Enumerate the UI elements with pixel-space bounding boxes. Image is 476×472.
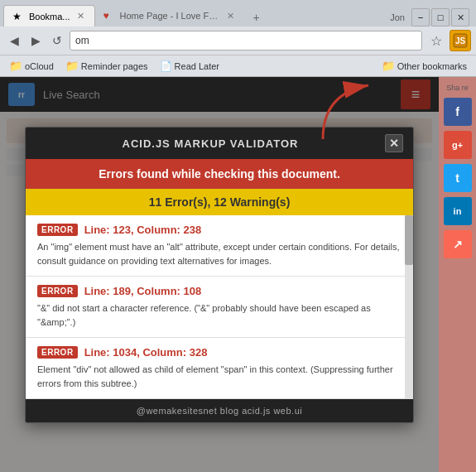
facebook-icon: f: [455, 105, 459, 118]
acid-icon-svg: JS: [453, 33, 468, 48]
minimize-button[interactable]: −: [411, 8, 430, 26]
tab-home-favicon: ♥: [103, 10, 115, 22]
error-description-3: Element "div" not allowed as child of el…: [37, 363, 401, 390]
tab-bookmarks-favicon: ★: [12, 11, 24, 22]
error-header-3: ERROR Line: 1034, Column: 328: [37, 346, 401, 359]
forward-button[interactable]: ▶: [26, 31, 45, 50]
share-label: Sha re: [446, 84, 469, 93]
tab-home[interactable]: ♥ Home Page - I Love Free ... ✕: [95, 5, 244, 26]
tab-home-label: Home Page - I Love Free ...: [120, 11, 220, 21]
error-badge-1: ERROR: [37, 224, 78, 236]
error-badge-2: ERROR: [37, 285, 78, 297]
back-button[interactable]: ◀: [5, 31, 23, 50]
error-header-2: ERROR Line: 189, Column: 108: [37, 285, 401, 297]
address-text: om: [75, 35, 89, 46]
share-googleplus-button[interactable]: g+: [444, 131, 472, 159]
page-icon: 📄: [160, 60, 172, 72]
red-arrow-svg: [306, 77, 389, 143]
address-box[interactable]: om: [70, 31, 422, 51]
share-sidebar: Sha re f g+ t in ↗: [439, 77, 476, 472]
linkedin-icon: in: [454, 206, 462, 216]
scrollbar-thumb[interactable]: [405, 215, 413, 265]
error-header-1: ERROR Line: 123, Column: 238: [37, 224, 401, 236]
user-name: Jon: [390, 12, 405, 22]
other-bookmarks-label: Other bookmarks: [397, 61, 467, 71]
error-location-1: Line: 123, Column: 238: [84, 224, 202, 236]
tab-home-close[interactable]: ✕: [225, 10, 236, 22]
share-other-icon: ↗: [453, 238, 463, 251]
page-area: rr Live Search ≡: [0, 77, 476, 472]
address-bar-row: ◀ ▶ ↺ om ☆ JS: [0, 26, 476, 55]
share-facebook-button[interactable]: f: [444, 98, 472, 126]
error-item-1: ERROR Line: 123, Column: 238 An "img" el…: [26, 215, 413, 277]
modal-body[interactable]: ERROR Line: 123, Column: 238 An "img" el…: [26, 215, 413, 399]
star-icon[interactable]: ☆: [426, 30, 447, 51]
maximize-button[interactable]: □: [431, 8, 450, 26]
bookmark-ocloud[interactable]: 📁 oCloud: [5, 58, 58, 74]
browser-chrome: ★ Bookma... ✕ ♥ Home Page - I Love Free …: [0, 0, 476, 77]
error-banner-text: Errors found while checking this documen…: [99, 167, 340, 181]
error-badge-3: ERROR: [37, 346, 78, 359]
page-background: rr Live Search ≡: [0, 77, 439, 472]
bookmark-read-later-label: Read Later: [175, 61, 219, 71]
error-location-3: Line: 1034, Column: 328: [84, 346, 208, 359]
other-bookmarks[interactable]: 📁 Other bookmarks: [377, 58, 471, 74]
footer-text: @wemakesitesnet blog acid.js web.ui: [137, 406, 302, 416]
tab-bar: ★ Bookma... ✕ ♥ Home Page - I Love Free …: [0, 0, 476, 26]
folder-icon: 📁: [65, 60, 79, 72]
twitter-icon: t: [455, 171, 459, 185]
window-controls: Jon − □ ✕: [390, 8, 473, 26]
acid-validator-modal: ACID.JS MARKUP VALIDATOR ✕ Errors found …: [25, 127, 414, 423]
error-item-2: ERROR Line: 189, Column: 108 "&" did not…: [26, 277, 413, 338]
close-icon: ✕: [389, 137, 400, 150]
bookmark-read-later[interactable]: 📄 Read Later: [156, 59, 224, 74]
folder-icon: 📁: [9, 60, 22, 72]
tab-bookmarks[interactable]: ★ Bookma... ✕: [3, 5, 95, 26]
modal-overlay: ACID.JS MARKUP VALIDATOR ✕ Errors found …: [0, 77, 439, 472]
close-button[interactable]: ✕: [451, 8, 469, 26]
reload-button[interactable]: ↺: [48, 31, 66, 50]
share-twitter-button[interactable]: t: [444, 164, 472, 192]
googleplus-icon: g+: [452, 140, 463, 150]
svg-text:JS: JS: [455, 36, 466, 46]
arrow-indicator: [306, 77, 389, 147]
modal-summary-bar: 11 Error(s), 12 Warning(s): [26, 189, 413, 215]
bookmark-ocloud-label: oCloud: [25, 61, 54, 71]
share-linkedin-button[interactable]: in: [444, 197, 472, 225]
bookmark-reminder-label: Reminder pages: [81, 61, 148, 71]
share-other-button[interactable]: ↗: [444, 230, 472, 258]
modal-error-banner: Errors found while checking this documen…: [26, 159, 413, 189]
toolbar-icons: ☆ JS: [426, 30, 471, 51]
folder-icon: 📁: [382, 60, 395, 72]
error-location-2: Line: 189, Column: 108: [84, 285, 202, 297]
bookmark-reminder[interactable]: 📁 Reminder pages: [61, 58, 152, 74]
bookmarks-bar: 📁 oCloud 📁 Reminder pages 📄 Read Later 📁…: [0, 55, 476, 76]
error-item-3: ERROR Line: 1034, Column: 328 Element "d…: [26, 338, 413, 399]
scrollbar-track[interactable]: [405, 215, 413, 399]
tab-bookmarks-label: Bookma...: [29, 12, 70, 22]
tab-bookmarks-close[interactable]: ✕: [75, 10, 86, 22]
error-description-1: An "img" element must have an "alt" attr…: [37, 240, 401, 267]
modal-footer: @wemakesitesnet blog acid.js web.ui: [26, 399, 413, 422]
acid-validator-icon[interactable]: JS: [450, 30, 471, 51]
summary-text: 11 Error(s), 12 Warning(s): [149, 195, 291, 209]
new-tab-button[interactable]: +: [248, 8, 266, 26]
error-description-2: "&" did not start a character reference.…: [37, 301, 401, 329]
